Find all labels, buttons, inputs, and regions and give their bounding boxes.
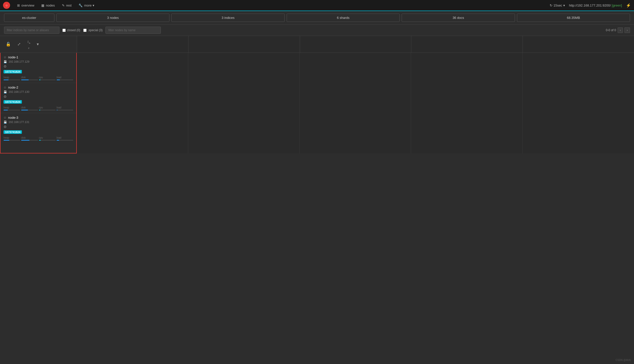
pagination-info: 0-0 of 0 ‹ › bbox=[606, 27, 630, 33]
node2-heap-metric: heap bbox=[4, 106, 20, 110]
size-stat: 68.35MB bbox=[517, 14, 630, 22]
nodes-stat: 3 nodes bbox=[56, 14, 169, 22]
rest-icon: ✎ bbox=[62, 4, 65, 7]
empty-col-5 bbox=[411, 53, 523, 153]
node3-cpu-bar-container bbox=[39, 140, 56, 141]
docs-stat: 36 docs bbox=[402, 14, 515, 22]
lock-icon: 🔓 bbox=[6, 42, 11, 46]
node3-cpu-bar bbox=[39, 140, 41, 141]
node3-star-icon[interactable]: ☆ bbox=[4, 116, 7, 119]
node3-load-metric: load bbox=[57, 136, 73, 141]
node3-config-icon: ⚙ bbox=[4, 125, 7, 129]
toolbar: 🔓 ⤢ ↕AZ ▾ bbox=[0, 36, 77, 53]
node1-badge: 1073741824 bbox=[4, 70, 22, 73]
nav-item-rest[interactable]: ✎ rest bbox=[59, 2, 75, 9]
top-navigation: ○ ⊞ overview ▦ nodes ✎ rest 🔧 more ▾ ↻ 1… bbox=[0, 0, 634, 11]
node2-cpu-metric: cpu bbox=[39, 106, 56, 110]
expand-button[interactable]: ⤢ bbox=[16, 41, 22, 48]
grid-header-col2 bbox=[77, 36, 188, 53]
node3-heap-bar bbox=[4, 140, 9, 141]
node1-disk-bar bbox=[21, 79, 29, 80]
node2-load-metric: load bbox=[57, 106, 73, 110]
node1-metrics: heap disk cpu bbox=[4, 76, 73, 80]
expand-icon: ⤢ bbox=[17, 42, 21, 46]
node1-heap-bar bbox=[4, 79, 9, 80]
sort-button[interactable]: ↕AZ bbox=[25, 38, 32, 51]
dropdown-icon: ▾ bbox=[37, 42, 39, 46]
node1-heap-bar-container bbox=[4, 79, 20, 80]
node2-heap-bar bbox=[4, 110, 8, 110]
node1-load-bar bbox=[57, 79, 60, 80]
node-row-node2: ☆ node-2 💾 192.168.177.130 ⚙ 1073741824 … bbox=[1, 83, 76, 113]
node3-heap-metric: heap bbox=[4, 136, 20, 141]
next-page-button[interactable]: › bbox=[624, 27, 630, 33]
nav-item-overview[interactable]: ⊞ overview bbox=[14, 2, 37, 9]
refresh-icon: ↻ bbox=[550, 4, 552, 7]
prev-page-button[interactable]: ‹ bbox=[618, 27, 623, 33]
node-row-node3: ☆ node-3 💾 192.168.177.131 ⚙ 1073741824 … bbox=[1, 113, 76, 143]
node3-load-bar-container bbox=[57, 140, 73, 141]
node2-load-bar bbox=[57, 110, 57, 110]
refresh-control[interactable]: ↻ 15sec ▾ bbox=[550, 4, 565, 7]
closed-checkbox[interactable] bbox=[62, 29, 66, 32]
lock-button[interactable]: 🔓 bbox=[4, 41, 13, 48]
grid-header-col6 bbox=[523, 36, 634, 53]
node1-disk-icon: 💾 bbox=[4, 60, 7, 63]
filter-bar: closed (0) .special (3) 0-0 of 0 ‹ › bbox=[0, 25, 634, 36]
node3-disk-icon: 💾 bbox=[4, 120, 7, 124]
top-right-controls: ↻ 15sec ▾ http://192.168.177.201:9200/ [… bbox=[550, 3, 631, 8]
node1-type-icon: ⚙ bbox=[4, 64, 73, 68]
dropdown-button[interactable]: ▾ bbox=[35, 41, 41, 48]
empty-col-2 bbox=[77, 53, 188, 153]
node2-star-icon[interactable]: ☆ bbox=[4, 86, 7, 89]
node1-load-metric: load bbox=[57, 76, 73, 80]
empty-col-4 bbox=[300, 53, 411, 153]
node1-star-icon[interactable]: ☆ bbox=[4, 55, 7, 59]
index-filter-input[interactable] bbox=[4, 27, 59, 34]
node2-metrics: heap disk cpu bbox=[4, 106, 73, 110]
node-column: ☆ node-1 💾 192.168.177.129 ⚙ 1073741824 … bbox=[0, 53, 77, 153]
special-checkbox-label[interactable]: .special (3) bbox=[83, 28, 103, 32]
node1-disk-bar-container bbox=[21, 79, 38, 80]
more-icon: 🔧 bbox=[79, 4, 83, 7]
indices-stat: 3 indices bbox=[171, 14, 284, 22]
node1-ip-row: 💾 192.168.177.129 bbox=[4, 60, 73, 63]
main-grid: ☆ node-1 💾 192.168.177.129 ⚙ 1073741824 … bbox=[0, 53, 634, 153]
settings-icon[interactable]: ⚡ bbox=[626, 3, 631, 8]
grid-header-col4 bbox=[300, 36, 411, 53]
grid-header-col5 bbox=[411, 36, 523, 53]
node2-heap-bar-container bbox=[4, 110, 20, 110]
node3-type-icon: ⚙ bbox=[4, 125, 73, 129]
nav-items: ⊞ overview ▦ nodes ✎ rest 🔧 more ▾ bbox=[14, 2, 550, 9]
node2-cpu-bar bbox=[39, 110, 40, 110]
node3-disk-bar-container bbox=[21, 140, 38, 141]
node-filter-input[interactable] bbox=[105, 27, 161, 34]
closed-checkbox-label[interactable]: closed (0) bbox=[62, 28, 80, 32]
node3-heap-bar-container bbox=[4, 140, 20, 141]
node1-name-row: ☆ node-1 bbox=[4, 55, 73, 59]
node2-config-icon: ⚙ bbox=[4, 95, 7, 99]
node3-metrics: heap disk cpu bbox=[4, 136, 73, 141]
node3-cpu-metric: cpu bbox=[39, 136, 56, 141]
node1-config-icon: ⚙ bbox=[4, 64, 7, 68]
empty-col-3 bbox=[188, 53, 300, 153]
nav-item-nodes[interactable]: ▦ nodes bbox=[38, 2, 58, 9]
refresh-dropdown-icon: ▾ bbox=[563, 4, 565, 7]
app-logo[interactable]: ○ bbox=[3, 2, 10, 9]
node1-load-bar-container bbox=[57, 79, 73, 80]
node2-badge: 1073741824 bbox=[4, 100, 22, 104]
nav-item-more[interactable]: 🔧 more ▾ bbox=[76, 2, 97, 9]
node1-cpu-metric: cpu bbox=[39, 76, 56, 80]
cluster-name-stat: es-cluster bbox=[4, 14, 54, 22]
node2-disk-metric: disk bbox=[21, 106, 38, 110]
node2-ip-row: 💾 192.168.177.130 bbox=[4, 90, 73, 94]
node3-load-bar bbox=[57, 140, 59, 141]
sort-icon: ↕AZ bbox=[27, 39, 30, 49]
node3-disk-metric: disk bbox=[21, 136, 38, 141]
special-checkbox[interactable] bbox=[83, 29, 87, 32]
node2-name-row: ☆ node-2 bbox=[4, 86, 73, 89]
node1-heap-metric: heap bbox=[4, 76, 20, 80]
page-credit: CSDN @和尚 bbox=[616, 358, 631, 362]
node2-type-icon: ⚙ bbox=[4, 95, 73, 99]
stats-bar: es-cluster 3 nodes 3 indices 6 shards 36… bbox=[0, 11, 634, 25]
